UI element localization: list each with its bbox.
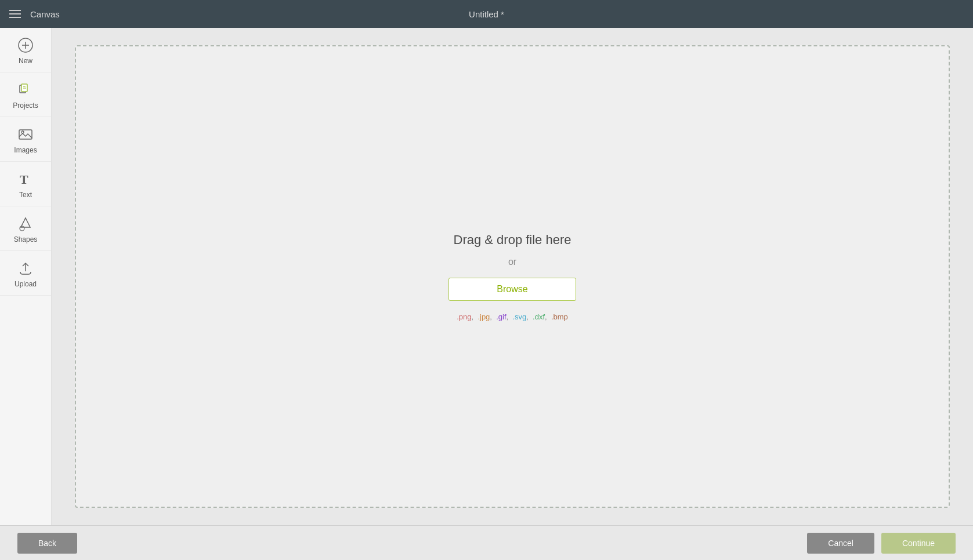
header: Canvas Untitled * bbox=[0, 0, 973, 28]
sidebar-item-images[interactable]: Images bbox=[0, 117, 51, 162]
projects-icon bbox=[17, 82, 34, 98]
sidebar-item-projects-label: Projects bbox=[13, 101, 38, 110]
sidebar-item-projects[interactable]: Projects bbox=[0, 72, 51, 117]
ext-jpg: .jpg bbox=[478, 312, 490, 321]
footer-right: Cancel Continue bbox=[807, 533, 956, 554]
menu-icon[interactable] bbox=[9, 10, 21, 18]
sidebar-item-shapes[interactable]: Shapes bbox=[0, 206, 51, 251]
back-button[interactable]: Back bbox=[17, 533, 77, 554]
document-title: Untitled * bbox=[469, 9, 504, 19]
svg-point-11 bbox=[20, 226, 24, 231]
cancel-button[interactable]: Cancel bbox=[807, 533, 874, 554]
canvas-workspace: Drag & drop file here or Browse .png, .j… bbox=[52, 28, 973, 525]
images-icon bbox=[17, 126, 34, 143]
sidebar-item-shapes-label: Shapes bbox=[14, 235, 38, 243]
continue-button[interactable]: Continue bbox=[881, 533, 956, 554]
footer-left: Back bbox=[17, 533, 77, 554]
shapes-icon bbox=[17, 216, 34, 232]
sidebar: New Projects Im bbox=[0, 28, 52, 525]
drop-zone-title: Drag & drop file here bbox=[454, 232, 571, 248]
sidebar-item-new-label: New bbox=[19, 57, 32, 65]
sidebar-item-upload-label: Upload bbox=[15, 280, 37, 288]
canvas-area: Drag & drop file here or Browse .png, .j… bbox=[52, 28, 973, 525]
plus-circle-icon bbox=[17, 37, 34, 53]
drop-zone[interactable]: Drag & drop file here or Browse .png, .j… bbox=[75, 45, 950, 508]
sidebar-item-text[interactable]: T Text bbox=[0, 162, 51, 206]
main-layout: New Projects Im bbox=[0, 28, 973, 525]
ext-png: .png bbox=[457, 312, 471, 321]
sidebar-item-upload[interactable]: Upload bbox=[0, 251, 51, 296]
file-types: .png, .jpg, .gif, .svg, .dxf, .bmp bbox=[457, 312, 568, 321]
ext-dxf: .dxf bbox=[533, 312, 545, 321]
sidebar-item-new[interactable]: New bbox=[0, 28, 51, 72]
ext-gif: .gif bbox=[496, 312, 506, 321]
text-icon: T bbox=[17, 171, 34, 187]
app-title: Canvas bbox=[30, 9, 60, 19]
ext-svg: .svg bbox=[512, 312, 526, 321]
upload-icon bbox=[17, 260, 34, 277]
browse-button[interactable]: Browse bbox=[448, 278, 576, 301]
ext-bmp: .bmp bbox=[551, 312, 568, 321]
drop-zone-or: or bbox=[508, 257, 516, 267]
svg-point-8 bbox=[21, 131, 24, 133]
svg-text:T: T bbox=[20, 172, 28, 187]
footer: Back Cancel Continue bbox=[0, 525, 973, 560]
sidebar-item-images-label: Images bbox=[14, 146, 37, 154]
sidebar-item-text-label: Text bbox=[19, 191, 32, 199]
